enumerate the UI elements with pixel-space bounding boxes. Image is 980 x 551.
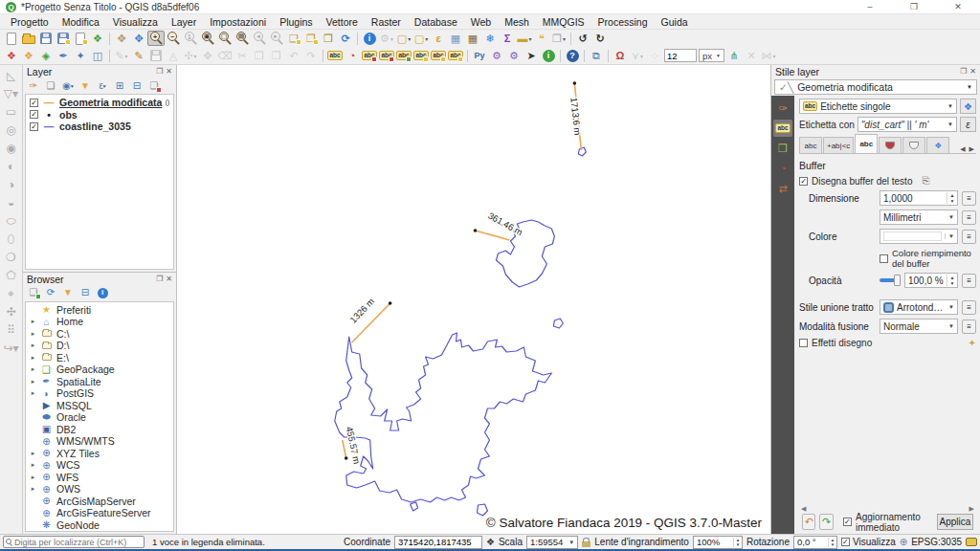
cad-tools-button[interactable]: ◺ [2,67,21,84]
expand-arrow-icon[interactable]: ▸ [30,354,36,362]
zoom-last-button[interactable]: ◂ [251,31,268,46]
fill-buffer-checkbox[interactable]: ✓ [880,254,888,263]
new-print-layout-button[interactable] [72,31,89,46]
open-project-button[interactable] [20,31,37,46]
collapse-all-button[interactable]: ⊟ [129,79,145,93]
map-tips-button[interactable]: ❝ [533,31,550,46]
style-panel-close-icon[interactable]: ✕ [969,68,976,76]
draw-effects-checkbox[interactable]: ✓ [799,339,808,347]
browser-item-geonode[interactable]: ❋GeoNode [26,519,173,532]
menu-raster[interactable]: Raster [365,16,408,28]
add-ellipse-center-button[interactable]: ⬭ [2,212,21,230]
browser-item-xyz-tiles[interactable]: ▸⊕XYZ Tiles [26,448,173,460]
pan-map-button[interactable]: ✥ [113,31,130,46]
expand-arrow-icon[interactable]: ▸ [30,450,36,457]
layer-visibility-checkbox[interactable]: ✓ [30,122,38,131]
browser-item-geopackage[interactable]: ▸❑GeoPackage [26,364,173,376]
new-map-view-button[interactable]: ❐▾ [550,31,568,46]
delete-selected-button[interactable]: ⌫ [216,48,234,63]
labeling-pin-button[interactable]: abc [361,48,378,63]
buffer-join-select[interactable]: Arrotondato ▼ [880,299,958,315]
menu-vettore[interactable]: Vettore [320,16,365,28]
manage-themes-button[interactable]: ◉▾ [60,79,76,93]
undo-view-button[interactable]: ↺ [574,31,591,46]
mmqgis-tool2-button[interactable]: ⚙ [505,48,523,63]
data-defined-override-icon[interactable]: ≡ [962,274,976,288]
zoom-out-button[interactable]: − [165,31,182,46]
magnifier-input[interactable]: 100% ▲▼ [693,536,743,549]
label-expression-select[interactable]: "dist_cart" || ' m' ▼ [858,117,957,132]
run-script-button[interactable]: ➤ [523,48,540,63]
tab-buffer[interactable]: abc [855,134,878,153]
draw-buffer-checkbox[interactable]: ✓ [799,177,808,186]
buffer-opacity-slider[interactable] [880,274,901,287]
move-label-button[interactable]: ✣ [2,303,21,320]
symbology-tab[interactable]: ✑ [773,99,792,117]
menu-modifica[interactable]: Modifica [56,16,106,28]
zoom-to-selection-button[interactable]: ▢ [216,31,234,46]
menu-plugins[interactable]: Plugins [273,16,319,28]
redo-edits-button[interactable]: ↷ [302,48,320,63]
close-button[interactable]: ✕ [936,0,980,13]
snapping-type-button[interactable]: ⋎▾ [629,48,646,63]
buffer-opacity-input[interactable]: 100,0 % ▲▼ [904,273,958,288]
spinner-arrows-icon[interactable]: ▲▼ [947,192,957,204]
layer-item-coastline-3035[interactable]: ✓—coastline_3035 [26,121,173,133]
extent-tracking-icon[interactable]: ❖ [486,537,495,547]
tracing-button[interactable]: ⋈▾ [760,48,777,63]
run-feature-action-button[interactable]: ⚙▾ [378,31,395,46]
layer-labeling-button[interactable]: abc [326,48,344,63]
automated-placement-button[interactable]: ❖ [960,99,976,114]
browser-item-ows[interactable]: ▸⊕OWS [26,483,173,496]
locator-input[interactable] [14,538,142,547]
menu-processing[interactable]: Processing [591,16,655,28]
filter-browser-button[interactable]: ▼ [60,286,76,299]
expand-all-button[interactable]: ⊞ [112,79,127,93]
tab-text[interactable]: abc [799,137,822,153]
browser-item-mssql[interactable]: ▶MSSQL [26,400,173,412]
paste-features-button[interactable]: ❒ [268,48,285,63]
expand-arrow-icon[interactable]: ▸ [30,389,36,397]
browser-item-wfs[interactable]: ▸⊕WFS [26,472,173,484]
browser-panel-close-icon[interactable]: ✕ [166,276,172,283]
tab-background[interactable] [879,137,902,153]
tab-shadow[interactable] [902,137,925,153]
new-project-button[interactable] [3,31,20,46]
browser-item-spatialite[interactable]: ▸✒SpatiaLite [26,376,173,388]
expand-arrow-icon[interactable]: ▸ [30,365,36,373]
style-manager-button[interactable]: ❖ [89,31,106,46]
data-source-manager-button[interactable]: ❖ [3,48,20,63]
identify-features-button[interactable]: i [361,31,378,46]
add-circle-center-button[interactable]: ◒ [2,194,21,211]
save-layer-edits-button[interactable] [147,48,165,63]
zoom-to-layer-button[interactable]: ▤ [234,31,251,46]
measure-button[interactable]: ▬▾ [516,31,533,46]
menu-web[interactable]: Web [464,16,498,28]
zoom-native-button[interactable]: 1 [182,31,199,46]
pan-to-selection-button[interactable]: ✥ [130,31,147,46]
expand-arrow-icon[interactable]: ▸ [30,342,36,349]
save-project-button[interactable] [37,31,55,46]
help-contents-button[interactable]: ? [564,48,581,63]
data-defined-override-icon[interactable]: ≡ [962,230,976,244]
style-panel-float-icon[interactable]: ❐ [960,68,967,76]
label-mode-select[interactable]: abc Etichette singole ▼ [799,99,957,114]
new-geopackage-layer-button[interactable]: ◈ [37,48,55,63]
lock-scale-icon[interactable] [582,541,590,547]
attribute-table-button[interactable]: ▦ [447,31,464,46]
statistics-snowflake-button[interactable]: ❄ [481,31,499,46]
history-tab[interactable]: ⇄ [773,180,792,197]
expand-arrow-icon[interactable]: ▸ [30,378,36,386]
collapse-browser-button[interactable]: ⊟ [78,286,93,299]
filter-legend-button[interactable]: ▼ [78,79,93,93]
labeling-highlight-button[interactable]: abc [378,48,395,63]
snapping-self-button[interactable]: ⁘ [646,48,663,63]
labeling-show-hide-button[interactable]: abc [395,48,412,63]
copy-features-button[interactable]: ❐ [251,48,268,63]
buffer-size-input[interactable]: 1,0000 ▲▼ [880,190,958,206]
add-circle-3points-button[interactable]: ◉ [2,140,21,157]
render-checkbox[interactable]: ✓ [841,538,850,546]
expand-arrow-icon[interactable]: ▸ [30,318,36,325]
add-circle-3tangents-button[interactable]: ◐ [2,158,21,175]
filter-expression-button[interactable]: ε▾ [95,79,110,93]
